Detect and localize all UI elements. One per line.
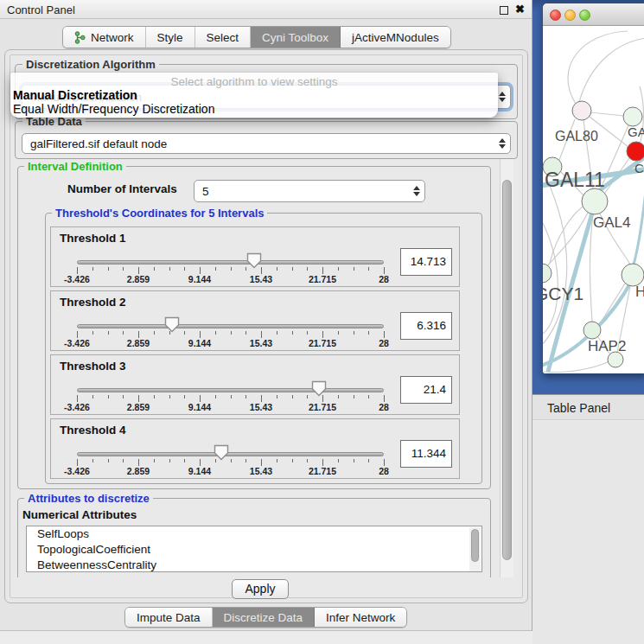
tab-discretize-data[interactable]: Discretize Data [213, 608, 316, 627]
attributes-list-scrollbar[interactable] [469, 527, 481, 572]
network-node-gcy1[interactable] [543, 264, 552, 283]
slider-scale-label: 21.715 [309, 274, 336, 284]
threshold-panel: Threshold 3 21.4 -3.4262.8599.14415.4321… [50, 354, 460, 415]
list-item-topologicalcoefficient[interactable]: TopologicalCoefficient [27, 542, 481, 558]
slider-tick [338, 459, 339, 462]
slider-tick [322, 267, 323, 274]
tab-infer-network[interactable]: Infer Network [315, 608, 406, 627]
tab-label: jActiveMNodules [352, 31, 439, 44]
threshold-title: Threshold 4 [60, 424, 126, 437]
scrollbar-thumb[interactable] [502, 180, 512, 560]
slider-tick [77, 267, 78, 274]
tab-style[interactable]: Style [146, 27, 195, 48]
slider-tick [231, 331, 232, 335]
slider-tick [154, 331, 155, 335]
number-of-intervals-label: Number of Intervals [67, 182, 177, 195]
slider-tick [215, 331, 216, 335]
threshold-slider-handle[interactable] [246, 252, 262, 269]
table-data-combobox-value: galFiltered.sif default node [22, 137, 494, 150]
dropdown-hint-item[interactable]: Select algorithm to view settings [10, 75, 498, 88]
slider-tick [231, 395, 232, 399]
network-node-gal80[interactable] [572, 101, 591, 120]
slider-tick [322, 459, 323, 466]
slider-tick [138, 267, 139, 274]
slider-tick [292, 267, 293, 271]
slider-scale-label: -3.426 [64, 274, 90, 284]
slider-tick [184, 267, 185, 271]
slider-tick [138, 331, 139, 338]
mac-minimize-icon[interactable] [564, 10, 576, 21]
slider-tick [138, 395, 139, 402]
algorithm-dropdown-popup: Select algorithm to view settings Manual… [10, 73, 498, 118]
threshold-slider-handle[interactable] [311, 380, 327, 397]
threshold-value-field[interactable]: 14.713 [400, 248, 452, 276]
number-of-intervals-combobox[interactable]: 5 [194, 180, 425, 202]
slider-tick [245, 331, 246, 335]
threshold-value-field[interactable]: 11.344 [400, 440, 452, 468]
threshold-slider-track[interactable] [77, 452, 384, 456]
threshold-slider-track[interactable] [77, 260, 384, 265]
dropdown-option-equal-width-frequency[interactable]: Equal Width/Frequency Discretization [13, 102, 214, 116]
mac-zoom-icon[interactable] [579, 10, 590, 21]
tab-label: Network [91, 31, 134, 44]
slider-tick [92, 267, 93, 271]
table-panel-area: ⚙ ☑☑ shared...naYDL19...YDL1YDR27...YDR2… [532, 421, 644, 644]
slider-tick [215, 395, 216, 399]
slider-tick [292, 395, 293, 399]
threshold-panel: Threshold 2 6.316 -3.4262.8599.14415.432… [50, 290, 460, 351]
slider-tick [307, 459, 308, 462]
slider-tick [368, 267, 369, 271]
tab-select[interactable]: Select [195, 27, 252, 48]
tab-network[interactable]: Network [63, 27, 146, 48]
slider-tick [92, 459, 93, 462]
list-item-selfloops[interactable]: SelfLoops [27, 526, 481, 542]
slider-scale-label: 9.144 [188, 402, 211, 412]
threshold-slider-track[interactable] [77, 388, 384, 392]
slider-scale-label: 28 [379, 402, 389, 412]
tab-impute-data[interactable]: Impute Data [125, 608, 213, 627]
threshold-value-field[interactable]: 21.4 [400, 376, 452, 404]
threshold-value-field[interactable]: 6.316 [400, 312, 452, 340]
slider-tick [169, 331, 170, 335]
tab-jactivemnodules[interactable]: jActiveMNodules [341, 27, 450, 48]
slider-scale-label: -3.426 [64, 402, 90, 412]
apply-button[interactable]: Apply [232, 579, 289, 599]
tab-label: Cyni Toolbox [262, 31, 328, 44]
table-data-combobox[interactable]: galFiltered.sif default node [22, 133, 511, 154]
mac-close-icon[interactable] [550, 10, 561, 21]
network-node-c[interactable] [627, 142, 644, 161]
control-panel-window: Control Panel ✖ NetworkStyleSelectCyni T… [0, 0, 532, 631]
tab-cyni-toolbox[interactable]: Cyni Toolbox [251, 27, 341, 48]
slider-tick [108, 459, 109, 462]
slider-scale-label: 9.144 [188, 274, 211, 284]
network-node[interactable] [608, 352, 623, 367]
slider-tick [338, 267, 339, 271]
dropdown-option-manual-discretization[interactable]: Manual Discretization [13, 88, 137, 102]
numerical-attributes-list[interactable]: SelfLoopsTopologicalCoefficientBetweenne… [26, 526, 482, 572]
threshold-coordinates-label: Threshold's Coordinates for 5 Intervals [52, 207, 267, 220]
network-canvas[interactable]: GAL80GACGAL11GAL4GCY1HHAP2 [543, 26, 644, 373]
slider-scale-label: 15.43 [250, 338, 272, 348]
slider-scale-label: 15.43 [250, 402, 272, 412]
threshold-slider-track[interactable] [77, 324, 384, 328]
threshold-slider-handle[interactable] [164, 316, 180, 333]
slider-scale-label: 21.715 [309, 402, 336, 412]
float-window-icon[interactable] [500, 6, 508, 15]
slider-tick [292, 331, 293, 335]
control-panel-titlebar: Control Panel ✖ [0, 0, 532, 19]
node-label: GAL80 [555, 129, 598, 143]
node-label: C [634, 161, 644, 175]
slider-tick [200, 331, 201, 338]
slider-tick [169, 267, 170, 271]
scrollbar-thumb[interactable] [471, 529, 479, 562]
network-node-gal4[interactable] [582, 188, 608, 214]
node-label: H [635, 284, 644, 300]
network-node-hap2[interactable] [583, 322, 601, 339]
list-item-betweennesscentrality[interactable]: BetweennessCentrality [27, 558, 481, 572]
network-node-ga[interactable] [623, 107, 642, 126]
slider-tick [354, 395, 354, 399]
settings-vertical-scrollbar[interactable] [500, 159, 513, 577]
slider-scale-label: 2.859 [127, 466, 150, 476]
slider-tick [77, 395, 78, 402]
close-icon[interactable]: ✖ [515, 3, 525, 16]
